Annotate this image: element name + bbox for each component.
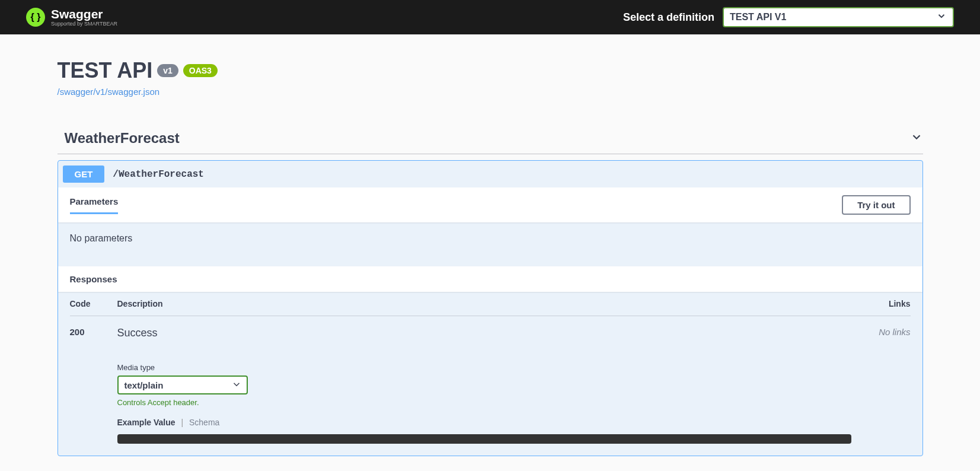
tab-example-value[interactable]: Example Value	[117, 418, 175, 427]
swagger-brand-text: Swagger	[51, 8, 117, 20]
swagger-logo[interactable]: { } Swagger Supported by SMARTBEAR	[26, 8, 117, 27]
tag-name: WeatherForecast	[58, 130, 180, 147]
example-schema-tabs: Example Value | Schema	[117, 418, 851, 427]
select-definition-label: Select a definition	[623, 11, 714, 24]
chevron-down-icon	[910, 131, 923, 146]
responses-header: Responses	[58, 266, 922, 292]
responses-table-header: Code Description Links	[70, 292, 911, 316]
oas-badge: OAS3	[183, 64, 218, 77]
swagger-supported-text: Supported by SMARTBEAR	[51, 21, 117, 27]
no-parameters-text: No parameters	[70, 233, 911, 244]
response-links: No links	[851, 327, 911, 444]
response-row-200: 200 Success Media type text/plain Contro…	[70, 316, 911, 444]
definition-selector-wrap: Select a definition TEST API V1	[623, 7, 954, 27]
api-version-badge: v1	[157, 64, 178, 77]
spec-url-link[interactable]: /swagger/v1/swagger.json	[58, 87, 160, 97]
http-method-badge: GET	[63, 166, 105, 183]
parameters-header: Parameters Try it out	[58, 187, 922, 222]
operation-path: /WeatherForecast	[113, 169, 204, 180]
column-links: Links	[851, 299, 911, 308]
topbar: { } Swagger Supported by SMARTBEAR Selec…	[0, 0, 980, 34]
example-value-pane	[117, 434, 851, 444]
try-it-out-button[interactable]: Try it out	[842, 195, 910, 215]
responses-body: Code Description Links 200 Success Media…	[58, 292, 922, 456]
parameters-body: No parameters	[58, 222, 922, 266]
response-code: 200	[70, 327, 117, 444]
operation-get-weatherforecast: GET /WeatherForecast Parameters Try it o…	[58, 160, 923, 456]
swagger-logo-icon: { }	[26, 8, 45, 27]
definition-select[interactable]: TEST API V1	[723, 7, 954, 27]
operation-summary[interactable]: GET /WeatherForecast	[58, 161, 922, 187]
column-description: Description	[117, 299, 851, 308]
api-title: TEST API	[58, 58, 153, 83]
parameters-label: Parameters	[70, 196, 119, 214]
media-type-label: Media type	[117, 363, 851, 372]
chevron-down-icon	[936, 11, 947, 24]
accept-header-hint: Controls Accept header.	[117, 398, 851, 407]
media-type-select[interactable]: text/plain	[117, 375, 248, 394]
api-info: TEST API v1 OAS3 /swagger/v1/swagger.jso…	[58, 58, 923, 97]
column-code: Code	[70, 299, 117, 308]
responses-label: Responses	[70, 274, 117, 284]
definition-select-value: TEST API V1	[730, 12, 786, 23]
response-description: Success	[117, 327, 851, 339]
chevron-down-icon	[231, 379, 242, 392]
media-type-value: text/plain	[125, 380, 164, 390]
tab-schema[interactable]: Schema	[189, 418, 219, 427]
tab-separator: |	[181, 418, 183, 427]
tag-weatherforecast[interactable]: WeatherForecast	[58, 130, 923, 154]
